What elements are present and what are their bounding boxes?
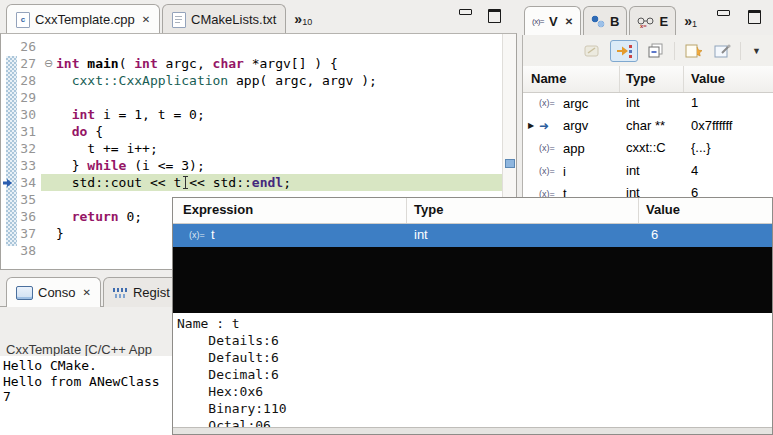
- variable-row[interactable]: (x)=appcxxt::C{...}: [523, 137, 773, 160]
- variable-name: argv: [563, 118, 588, 133]
- code-line[interactable]: 27⊖int main( int argc, char *argv[] ) {: [1, 55, 503, 72]
- expression-name: t: [211, 227, 215, 242]
- new-watch-expression-icon[interactable]: [682, 41, 704, 61]
- code-line[interactable]: 30 int i = 1, t = 0;: [1, 106, 503, 123]
- popup-empty-area: [173, 247, 772, 313]
- line-number: 29: [1, 89, 41, 106]
- column-header-name: Name: [531, 71, 566, 86]
- variable-row[interactable]: (x)=iint4: [523, 160, 773, 183]
- variable-value: 1: [691, 95, 773, 110]
- tab-label: Regist: [133, 285, 170, 300]
- fold-column: [41, 72, 56, 89]
- code-text: int i = 1, t = 0;: [56, 106, 503, 123]
- tab-overflow-chevron[interactable]: »10: [288, 4, 318, 33]
- minimize-icon[interactable]: [459, 9, 472, 15]
- variable-row[interactable]: ▶➜argvchar **0x7ffffff: [523, 115, 773, 138]
- column-divider[interactable]: [619, 66, 620, 92]
- pointer-variable-icon: ➜: [539, 121, 563, 131]
- fold-collapse-icon[interactable]: ⊖: [41, 55, 56, 72]
- tab-label: B: [610, 14, 619, 29]
- code-line[interactable]: 34 std::cout << t<< std::endl;: [1, 174, 503, 191]
- show-type-names-icon[interactable]: [581, 41, 603, 61]
- expression-value: 6: [651, 227, 658, 242]
- code-text: std::cout << t<< std::endl;: [56, 174, 503, 191]
- edit-watch-expression-icon[interactable]: [711, 41, 733, 61]
- fold-column: [41, 106, 56, 123]
- line-number: 36: [1, 208, 41, 225]
- code-line[interactable]: 28 cxxt::CxxApplication app( argc, argv …: [1, 72, 503, 89]
- code-line[interactable]: 31 do {: [1, 123, 503, 140]
- current-line-marker[interactable]: [505, 159, 515, 168]
- tab-label: Conso: [38, 285, 76, 300]
- minimize-icon[interactable]: [717, 10, 730, 16]
- tab-console[interactable]: Conso ✕: [6, 277, 101, 307]
- expander-icon[interactable]: ▶: [523, 121, 539, 130]
- tab-expressions[interactable]: x= E: [629, 6, 676, 36]
- show-logical-structure-icon[interactable]: [610, 40, 638, 62]
- maximize-icon[interactable]: [748, 10, 761, 24]
- code-text: [56, 38, 503, 55]
- code-line[interactable]: 29: [1, 89, 503, 106]
- variables-toolbar: ▼: [522, 35, 773, 66]
- code-text: [56, 89, 503, 106]
- tab-breakpoints[interactable]: B: [583, 6, 627, 36]
- tab-cmakelists-txt[interactable]: t CMakeLists.txt: [162, 4, 286, 34]
- editor-tabbar: c CxxTemplate.cpp ✕ t CMakeLists.txt »10: [0, 0, 517, 34]
- column-header-type: Type: [414, 202, 443, 217]
- close-icon[interactable]: ✕: [83, 288, 91, 298]
- eclipse-workbench: c CxxTemplate.cpp ✕ t CMakeLists.txt »10…: [0, 0, 773, 435]
- column-divider[interactable]: [683, 66, 684, 92]
- fold-column: [41, 140, 56, 157]
- tab-cxxtemplate-cpp[interactable]: c CxxTemplate.cpp ✕: [6, 4, 160, 34]
- variable-value: 4: [691, 163, 773, 178]
- expression-row-selected[interactable]: (x)= t int 6: [173, 224, 772, 247]
- tab-label: V: [549, 14, 558, 29]
- view-overflow-chevron[interactable]: »1: [678, 6, 703, 35]
- line-number: 30: [1, 106, 41, 123]
- tab-registers[interactable]: Regist: [103, 277, 180, 307]
- line-number: 26: [1, 38, 41, 55]
- line-number: 28: [1, 72, 41, 89]
- variable-value: 0x7ffffff: [691, 118, 773, 133]
- code-line[interactable]: 26: [1, 38, 503, 55]
- code-text: t += i++;: [56, 140, 503, 157]
- close-icon[interactable]: ✕: [565, 17, 573, 27]
- column-header-type: Type: [626, 71, 655, 86]
- fold-column: [41, 208, 56, 225]
- detail-line: Name : t: [177, 315, 772, 332]
- collapse-all-icon[interactable]: [645, 41, 667, 61]
- variable-name: argc: [563, 96, 588, 111]
- tab-label: CxxTemplate.cpp: [35, 12, 135, 27]
- column-header-expression: Expression: [183, 202, 253, 217]
- column-divider[interactable]: [638, 198, 639, 223]
- line-number: 33: [1, 157, 41, 174]
- variable-icon: (x)=: [189, 230, 205, 240]
- code-line[interactable]: 33 } while (i <= 3);: [1, 157, 503, 174]
- line-number: 31: [1, 123, 41, 140]
- view-menu-icon[interactable]: ▼: [748, 46, 765, 56]
- variable-name: i: [563, 164, 566, 179]
- code-line[interactable]: 32 t += i++;: [1, 140, 503, 157]
- tab-label: E: [659, 14, 668, 29]
- line-number: 38: [1, 242, 41, 259]
- code-text: int main( int argc, char *argv[] ) {: [56, 55, 503, 72]
- maximize-icon[interactable]: [488, 9, 501, 23]
- fold-column: [41, 225, 56, 242]
- detail-line: Default:6: [177, 349, 772, 366]
- tab-variables[interactable]: (x)= V ✕: [524, 6, 581, 36]
- variable-type: int: [626, 163, 682, 178]
- close-icon[interactable]: ✕: [142, 15, 150, 25]
- variable-type: int: [626, 95, 682, 110]
- horizontal-scrollbar[interactable]: [173, 427, 772, 435]
- variable-type: cxxt::C: [626, 140, 682, 155]
- expression-type: int: [414, 227, 428, 242]
- view-window-buttons: [717, 10, 773, 24]
- details-pane[interactable]: Name : t Details:6 Default:6 Decimal:6 H…: [173, 313, 772, 427]
- editor-window-buttons: [459, 9, 517, 23]
- detail-line: Decimal:6: [177, 366, 772, 383]
- fold-column: [41, 157, 56, 174]
- column-divider[interactable]: [406, 198, 407, 223]
- detail-line: Octal:06: [177, 417, 772, 427]
- variable-row[interactable]: (x)=argcint1: [523, 92, 773, 115]
- detail-line: Details:6: [177, 332, 772, 349]
